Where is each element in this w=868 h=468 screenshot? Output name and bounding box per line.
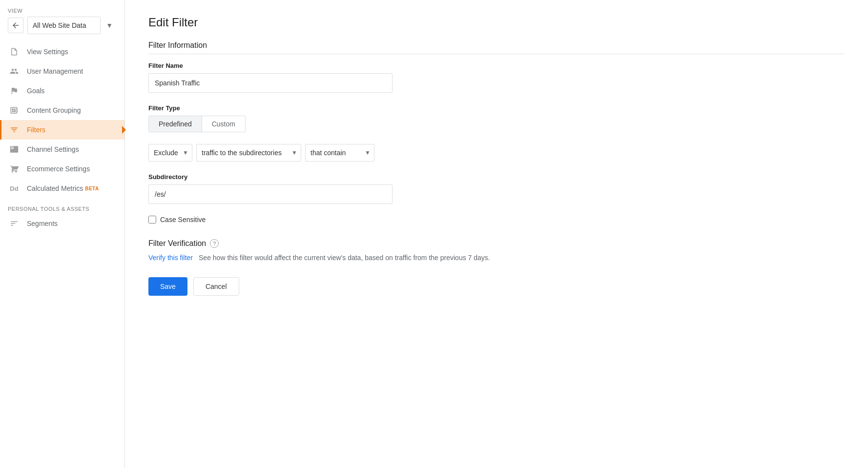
save-button[interactable]: Save (148, 277, 187, 296)
filter-verification-title: Filter Verification ? (148, 239, 845, 248)
page-title: Edit Filter (148, 16, 845, 29)
contain-select-wrapper: that contain that are equal to that begi… (305, 144, 374, 162)
back-icon (11, 21, 20, 30)
filter-row: Exclude Include ▼ traffic to the subdire… (148, 144, 845, 162)
filter-information-title: Filter Information (148, 41, 845, 54)
case-sensitive-checkbox[interactable] (148, 216, 156, 224)
predefined-button[interactable]: Predefined (149, 116, 202, 132)
filter-type-buttons: Predefined Custom (148, 116, 246, 132)
sidebar-item-label-channel-settings: Channel Settings (27, 145, 79, 153)
filter-name-group: Filter Name (148, 62, 845, 93)
verify-this-filter-link[interactable]: Verify this filter (148, 254, 193, 262)
subdirectory-label: Subdirectory (148, 173, 845, 181)
users-icon (9, 66, 19, 76)
view-select[interactable]: All Web Site Data Master View Raw Data (27, 17, 101, 34)
case-sensitive-label: Case Sensitive (160, 216, 206, 224)
sidebar-item-label-filters: Filters (27, 126, 45, 134)
sidebar-item-segments[interactable]: Segments (0, 214, 124, 233)
sidebar-item-label-ecommerce: Ecommerce Settings (27, 165, 90, 173)
segments-icon (9, 219, 19, 228)
custom-button[interactable]: Custom (202, 116, 245, 132)
channel-icon (9, 144, 19, 154)
sidebar: VIEW All Web Site Data Master View Raw D… (0, 0, 125, 468)
cart-icon (9, 164, 19, 174)
filter-type-label: Filter Type (148, 104, 845, 112)
sidebar-item-user-management[interactable]: User Management (0, 61, 124, 81)
action-row: Save Cancel (148, 277, 845, 296)
hierarchy-icon (9, 105, 19, 115)
exclude-select[interactable]: Exclude Include (148, 144, 192, 162)
file-icon (9, 47, 19, 57)
sidebar-item-view-settings[interactable]: View Settings (0, 42, 124, 61)
case-sensitive-row: Case Sensitive (148, 216, 845, 224)
sidebar-item-label-goals: Goals (27, 87, 45, 95)
filter-verification-section: Filter Verification ? Verify this filter… (148, 239, 845, 262)
subdirectory-group: Subdirectory (148, 173, 845, 204)
view-label: VIEW (8, 8, 117, 14)
subdirectory-input[interactable] (148, 184, 393, 204)
verify-description: See how this filter would affect the cur… (199, 254, 490, 262)
cancel-button[interactable]: Cancel (193, 277, 239, 296)
active-arrow-icon (122, 126, 126, 134)
sidebar-item-label-calculated-metrics: Calculated Metrics (27, 184, 83, 192)
select-arrow-icon: ▼ (106, 21, 113, 29)
sidebar-item-calculated-metrics[interactable]: Dd Calculated Metrics BETA (0, 179, 124, 198)
traffic-select[interactable]: traffic to the subdirectories traffic fr… (196, 144, 301, 162)
personal-tools-label: PERSONAL TOOLS & ASSETS (0, 198, 124, 214)
sidebar-item-label-view-settings: View Settings (27, 48, 68, 56)
sidebar-item-label-user-management: User Management (27, 67, 83, 75)
verification-row: Verify this filter See how this filter w… (148, 254, 845, 262)
dd-icon: Dd (9, 183, 19, 193)
back-button[interactable] (8, 18, 23, 33)
contain-select[interactable]: that contain that are equal to that begi… (305, 144, 374, 162)
sidebar-item-label-segments: Segments (27, 220, 58, 227)
filter-type-group: Filter Type Predefined Custom (148, 104, 845, 132)
exclude-select-wrapper: Exclude Include ▼ (148, 144, 192, 162)
view-section: VIEW All Web Site Data Master View Raw D… (0, 0, 124, 38)
sidebar-item-filters[interactable]: Filters (0, 120, 124, 140)
sidebar-nav: View Settings User Management Goals Cont… (0, 42, 124, 233)
help-icon[interactable]: ? (210, 239, 219, 248)
sidebar-item-label-content-grouping: Content Grouping (27, 106, 81, 114)
filter-name-label: Filter Name (148, 62, 845, 69)
sidebar-item-goals[interactable]: Goals (0, 81, 124, 101)
sidebar-item-channel-settings[interactable]: Channel Settings (0, 140, 124, 159)
flag-icon (9, 86, 19, 96)
traffic-select-wrapper: traffic to the subdirectories traffic fr… (196, 144, 301, 162)
filter-icon (9, 125, 19, 135)
beta-badge: BETA (85, 186, 99, 191)
view-select-wrapper: All Web Site Data Master View Raw Data ▼ (8, 17, 117, 34)
filter-name-input[interactable] (148, 73, 393, 93)
main-content: Edit Filter Filter Information Filter Na… (125, 0, 868, 468)
sidebar-item-content-grouping[interactable]: Content Grouping (0, 101, 124, 120)
sidebar-item-ecommerce-settings[interactable]: Ecommerce Settings (0, 159, 124, 179)
